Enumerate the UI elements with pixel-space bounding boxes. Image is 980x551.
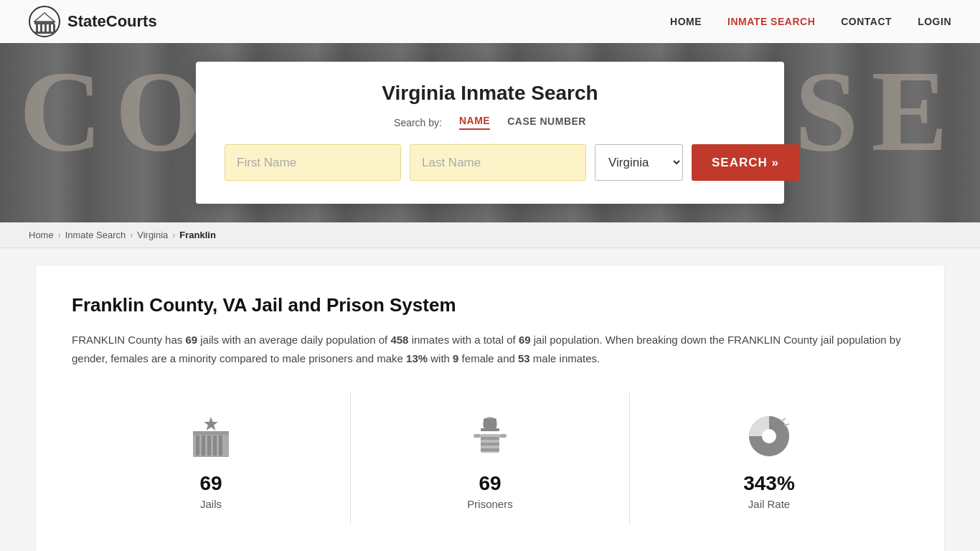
stat-jail-rate: 343% Jail Rate	[630, 393, 908, 524]
navbar-links: HOME INMATE SEARCH CONTACT LOGIN	[670, 16, 951, 27]
svg-rect-18	[481, 428, 499, 431]
courthouse-icon	[29, 6, 60, 37]
hero-section: COURTHOUSE StateCourts HOME	[0, 0, 980, 222]
search-by-label: Search by:	[394, 117, 442, 128]
pie-chart-icon	[743, 410, 795, 462]
breadcrumb: Home › Inmate Search › Virginia › Frankl…	[0, 222, 980, 248]
logo-text: StateCourts	[67, 12, 157, 31]
search-fields: Virginia Alabama Alaska Arizona Californ…	[225, 144, 755, 181]
search-card-wrapper: Virginia Inmate Search Search by: NAME C…	[0, 43, 980, 222]
female-pct: 13%	[406, 352, 428, 364]
prisoner-icon	[464, 410, 516, 462]
svg-rect-21	[481, 437, 499, 440]
nav-login[interactable]: LOGIN	[918, 16, 951, 27]
svg-marker-7	[34, 13, 55, 22]
svg-rect-15	[193, 431, 229, 435]
total-jail-pop: 69	[519, 334, 531, 346]
breadcrumb-sep-2: ›	[130, 230, 133, 240]
svg-rect-23	[481, 448, 499, 451]
stats-grid: 69 Jails	[72, 393, 908, 524]
jail-rate-label: Jail Rate	[748, 498, 790, 510]
state-select[interactable]: Virginia Alabama Alaska Arizona Californ…	[595, 144, 683, 181]
svg-rect-19	[484, 418, 496, 428]
last-name-input[interactable]	[410, 144, 586, 181]
prisoners-label: Prisoners	[467, 498, 512, 510]
svg-rect-13	[213, 435, 217, 456]
content-description: FRANKLIN County has 69 jails with an ave…	[72, 331, 908, 367]
svg-rect-24	[473, 434, 481, 438]
breadcrumb-virginia[interactable]: Virginia	[137, 230, 168, 240]
svg-rect-10	[196, 435, 199, 456]
svg-rect-1	[36, 24, 38, 32]
breadcrumb-sep-1: ›	[58, 230, 61, 240]
svg-rect-12	[207, 435, 211, 456]
first-name-input[interactable]	[225, 144, 401, 181]
navbar: StateCourts HOME INMATE SEARCH CONTACT L…	[0, 0, 980, 43]
female-count: 9	[453, 352, 458, 364]
breadcrumb-current: Franklin	[179, 230, 216, 240]
jail-rate-number: 343%	[743, 472, 795, 495]
nav-inmate-search[interactable]: INMATE SEARCH	[727, 16, 815, 27]
stat-prisoners: 69 Prisoners	[351, 393, 630, 524]
svg-rect-5	[53, 24, 55, 32]
svg-rect-2	[40, 24, 42, 32]
svg-point-27	[762, 429, 776, 443]
svg-rect-22	[481, 443, 499, 446]
breadcrumb-sep-3: ›	[172, 230, 175, 240]
svg-rect-25	[499, 434, 507, 438]
svg-line-28	[781, 418, 786, 421]
nav-contact[interactable]: CONTACT	[841, 16, 892, 27]
svg-rect-4	[49, 24, 51, 32]
content-title: Franklin County, VA Jail and Prison Syst…	[72, 294, 908, 316]
breadcrumb-inmate-search[interactable]: Inmate Search	[65, 230, 126, 240]
svg-rect-11	[202, 435, 205, 456]
male-count: 53	[518, 352, 530, 364]
tab-case-number[interactable]: CASE NUMBER	[507, 116, 586, 129]
prisoners-number: 69	[479, 472, 501, 495]
breadcrumb-home[interactable]: Home	[29, 230, 54, 240]
svg-rect-3	[44, 24, 47, 32]
avg-daily-pop: 458	[390, 334, 408, 346]
tab-name[interactable]: NAME	[459, 115, 490, 130]
search-button[interactable]: SEARCH »	[692, 144, 799, 181]
svg-rect-14	[219, 435, 222, 456]
search-tabs: Search by: NAME CASE NUMBER	[225, 115, 755, 130]
svg-rect-8	[34, 32, 55, 34]
county-name-1: FRANKLIN	[72, 334, 125, 346]
svg-marker-16	[204, 417, 218, 430]
county-name-2: FRANKLIN	[727, 334, 781, 346]
jails-number: 69	[199, 472, 222, 495]
content-section: Franklin County, VA Jail and Prison Syst…	[36, 265, 944, 551]
nav-home[interactable]: HOME	[670, 16, 702, 27]
jails-count-1: 69	[185, 334, 197, 346]
search-card: Virginia Inmate Search Search by: NAME C…	[196, 62, 784, 204]
search-card-title: Virginia Inmate Search	[225, 82, 755, 105]
stat-jails: 69 Jails	[72, 393, 351, 524]
logo-link[interactable]: StateCourts	[29, 6, 157, 37]
jails-label: Jails	[200, 498, 222, 510]
jail-icon	[185, 410, 237, 462]
